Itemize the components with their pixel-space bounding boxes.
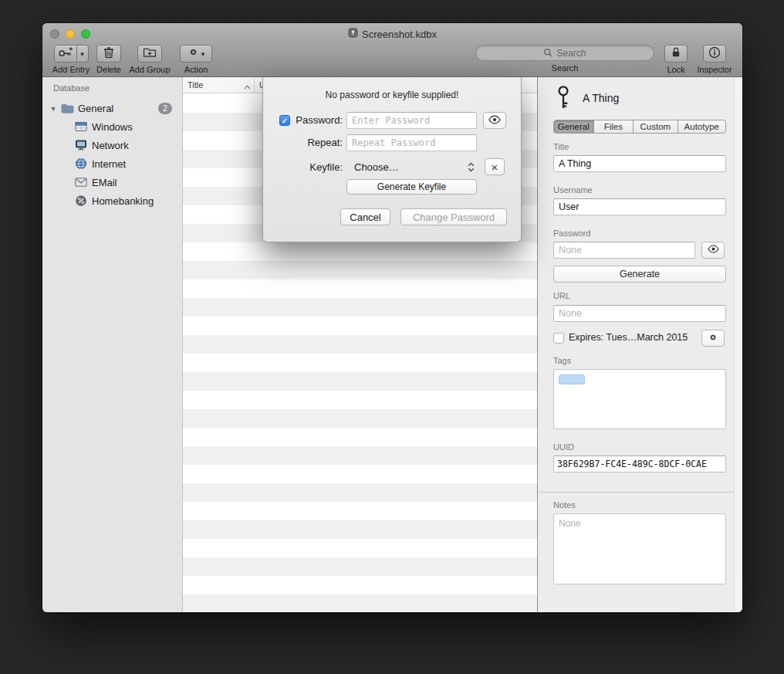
gear-icon [188, 46, 199, 61]
close-button[interactable] [50, 29, 59, 39]
info-icon [708, 46, 721, 62]
chevron-down-icon: ▾ [201, 50, 205, 58]
inspector-divider [538, 492, 742, 493]
toolbar-item-action: ▾ Action [174, 45, 218, 74]
sidebar-item-homebanking[interactable]: Homebanking [42, 191, 182, 210]
key-plus-icon [58, 47, 73, 61]
sort-ascending-icon [244, 82, 251, 91]
uuid-label: UUID [553, 442, 574, 452]
sidebar-item-windows[interactable]: Windows [42, 117, 182, 136]
lock-button[interactable] [664, 45, 688, 63]
sheet-message: No password or keyfile supplied! [263, 90, 521, 100]
lock-icon [671, 46, 681, 61]
tab-general[interactable]: General [554, 120, 594, 133]
title-label: Title [553, 142, 569, 151]
clear-keyfile-button[interactable]: × [485, 158, 505, 175]
notes-label: Notes [553, 500, 576, 510]
action-button[interactable]: ▾ [180, 45, 212, 63]
cancel-button[interactable]: Cancel [340, 208, 390, 225]
search-placeholder: Search [556, 48, 586, 59]
uuid-field[interactable] [553, 456, 726, 472]
app-window: Screenshot.kdbx ▾ Add Entry [42, 23, 742, 612]
folder-plus-icon [143, 47, 157, 61]
sidebar-header: Database [53, 83, 90, 93]
search-input[interactable]: Search [475, 45, 654, 61]
generate-keyfile-button[interactable]: Generate Keyfile [346, 179, 477, 195]
keyfile-popup[interactable]: Choose… [346, 158, 478, 175]
notes-field[interactable]: None [553, 513, 726, 584]
minimize-button[interactable] [66, 29, 75, 39]
eye-icon [707, 245, 720, 256]
inspector-scrollbar[interactable] [734, 77, 742, 612]
inspector-tabs: General Files Custom Autotype [553, 120, 726, 134]
email-icon [73, 178, 89, 187]
check-icon: ✓ [282, 117, 288, 125]
url-field[interactable] [553, 305, 726, 322]
tab-autotype[interactable]: Autotype [678, 120, 725, 133]
username-field[interactable] [553, 198, 726, 215]
reveal-password-button[interactable] [701, 242, 725, 259]
tag-chip[interactable] [559, 374, 585, 384]
close-x-icon: × [492, 161, 498, 174]
document-icon [348, 28, 358, 40]
expires-checkbox[interactable] [553, 333, 564, 344]
expires-settings-button[interactable] [701, 330, 725, 347]
change-password-button[interactable]: Change Password [400, 208, 507, 225]
search-label: Search [475, 63, 654, 73]
sheet-repeat-input[interactable] [346, 134, 477, 151]
add-group-button[interactable] [137, 45, 162, 63]
sidebar-item-email[interactable]: EMail [42, 173, 182, 191]
window-title: Screenshot.kdbx [135, 28, 650, 40]
sidebar-item-network[interactable]: Network [42, 136, 182, 154]
expires-label: Expires: Tues…March 2015 [569, 332, 688, 343]
column-header-title[interactable]: Title [183, 77, 255, 93]
entry-count-badge: 2 [158, 103, 172, 114]
sidebar-item-label: Network [92, 140, 129, 151]
zoom-button[interactable] [81, 29, 90, 39]
trash-icon [103, 46, 114, 62]
toolbar-item-delete: Delete [91, 45, 127, 74]
group-label: General [78, 103, 113, 114]
disclosure-triangle-icon[interactable]: ▾ [47, 104, 59, 113]
add-entry-dropdown-button[interactable]: ▾ [76, 45, 89, 63]
password-label: Password [553, 229, 590, 238]
sidebar-group-general[interactable]: ▾ General 2 [42, 99, 182, 117]
inspector-button[interactable] [703, 45, 726, 63]
toolbar-item-lock: Lock [661, 45, 691, 74]
username-label: Username [553, 185, 593, 195]
title-field[interactable] [553, 155, 726, 172]
sheet-repeat-label: Repeat: [291, 137, 343, 148]
sidebar-item-label: Homebanking [92, 195, 154, 207]
sheet-password-input[interactable] [346, 112, 477, 129]
action-label: Action [174, 65, 218, 74]
chevron-down-icon: ▾ [80, 50, 84, 58]
toolbar-item-inspector: Inspector [694, 45, 735, 74]
tab-files[interactable]: Files [594, 120, 634, 133]
tags-label: Tags [553, 356, 571, 365]
sheet-reveal-password-button[interactable] [483, 112, 506, 129]
folder-icon [59, 103, 75, 113]
popup-chevrons-icon [468, 162, 475, 172]
sidebar-item-label: Internet [92, 158, 126, 170]
tags-field[interactable] [553, 369, 726, 429]
sidebar: Database ▾ General 2 Windows Networ [42, 77, 183, 612]
add-entry-label: Add Entry [51, 65, 91, 74]
generate-password-button[interactable]: Generate [553, 266, 726, 283]
toolbar-item-add-group: Add Group [127, 45, 173, 74]
column-title-label: Title [188, 80, 203, 90]
gear-icon [708, 332, 718, 345]
internet-icon [73, 157, 89, 170]
tab-custom[interactable]: Custom [634, 120, 678, 133]
url-label: URL [553, 291, 570, 300]
add-group-label: Add Group [127, 65, 173, 74]
add-entry-button[interactable] [54, 45, 77, 63]
eye-icon [488, 115, 502, 127]
homebanking-icon [73, 195, 89, 207]
password-checkbox[interactable]: ✓ [279, 115, 290, 126]
change-password-sheet: No password or keyfile supplied! ✓ Passw… [262, 77, 522, 242]
password-field[interactable] [553, 242, 695, 259]
search-icon [543, 46, 553, 60]
sidebar-item-internet[interactable]: Internet [42, 154, 182, 173]
delete-button[interactable] [96, 45, 121, 63]
toolbar-item-search: Search Search [475, 45, 654, 73]
